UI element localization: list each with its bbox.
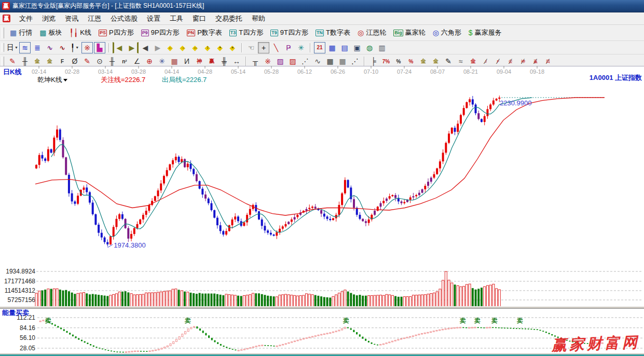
trend-chart-icon[interactable]: ≋ [19,42,31,53]
save-icon[interactable]: ▣ [351,42,363,53]
single-candle-icon[interactable]: ╿▼ [69,42,80,53]
measure-width-icon[interactable]: ↔ [231,56,242,67]
first-bar-icon[interactable]: ◀ [113,42,125,53]
toolbar-item-gann-wheel[interactable]: ◎江恩轮 [354,26,390,39]
spiral-tool-icon[interactable]: ✳ [295,42,307,53]
toolbar-item-9p-square[interactable]: P99P四方形 [138,26,183,39]
web-data-icon[interactable]: ◍ [364,42,375,53]
percent-line-icon[interactable]: % [405,56,417,67]
target-circle-icon[interactable]: ⊕ [144,56,155,67]
menu-tools[interactable]: 工具 [165,13,188,24]
f-ruler-icon[interactable]: F [57,56,68,67]
gold-red-icon[interactable]: 金 [468,56,479,67]
j-slash-icon[interactable]: ∕J [480,56,491,67]
last-bar-icon[interactable]: ▶ [126,42,139,53]
grid-box-2-icon[interactable]: ▦ [337,56,348,67]
toolbar-item-t-square[interactable]: T3T四方形 [226,26,267,39]
toolbar-item-p-table[interactable]: PNP数字表 [183,26,226,39]
price-ruler-icon[interactable]: ╫ [106,56,118,67]
menu-window[interactable]: 窗口 [188,13,211,24]
rays-box-purple-icon[interactable]: ▨ [275,56,286,67]
trendline-tool-icon[interactable]: ╲ [270,42,282,53]
gold-slash-icon[interactable]: ∕金 [505,56,516,67]
special-kline-icon[interactable]: ※ [81,42,93,53]
si-slash-icon[interactable]: ∕四 [542,56,554,67]
workstation-icon[interactable]: ▥ [376,42,388,53]
gann-p-tool-icon[interactable]: Ҏ [283,42,294,53]
zoom-out-icon[interactable]: ◆× [227,42,238,53]
parallel-lines-icon[interactable]: ⋰ [349,56,361,67]
menu-trade[interactable]: 交易委托 [211,13,247,24]
prev-bar-icon[interactable]: ◀ [140,42,151,53]
gold-ruler-1-icon[interactable]: 金 [32,56,43,67]
ink-pen-icon[interactable]: ✎ [443,56,454,67]
ruler-123-icon[interactable]: ╫₁₂₃ [218,56,230,67]
next-bar-icon[interactable]: ▶ [152,42,163,53]
ying-tool-icon[interactable]: 赢 [206,56,217,67]
gold-circle-icon[interactable]: 金 [418,56,429,67]
toolbar-item-kline[interactable]: ╿╽K线 [65,26,95,39]
ruler-tool-icon[interactable]: ╫ [19,56,31,67]
circle-ruler-icon[interactable]: Ø [69,56,80,67]
toolbar-item-quotes[interactable]: ▦行情 [6,26,36,39]
trend-angles-icon[interactable]: ⋰ [299,56,311,67]
toolbar-item-t-table[interactable]: TNT数字表 [312,26,354,39]
crosshair-tool-icon[interactable]: + [258,42,269,53]
menu-formula-pick[interactable]: 公式选股 [106,13,142,24]
notepad-icon[interactable]: ▤ [339,42,350,53]
toolbar-item-winner-wheel[interactable]: Big赢家轮 [390,26,429,39]
menu-gann[interactable]: 江恩 [83,13,106,24]
period-day-icon[interactable]: 日▼ [7,42,18,53]
toolbar-item-winner-service[interactable]: $赢家服务 [465,26,505,39]
kline-type-dropdown[interactable]: 乾坤K线 [37,76,67,84]
gold-eq-icon[interactable]: 金 [430,56,442,67]
pen-ruler-icon[interactable]: ✎ [81,56,93,67]
grid-box-1-icon[interactable]: ▦ [324,56,336,67]
scale-steps-icon[interactable]: ╞ [368,56,379,67]
percent-icon[interactable]: % [393,56,404,67]
hand-tool-icon[interactable]: ☜ [245,42,257,53]
toolbar-grip[interactable] [2,43,4,52]
calendar-21-icon[interactable]: 21 [314,42,325,53]
toolbar-item-hexagon[interactable]: ◎六角形 [429,26,465,39]
toolbar-grip[interactable] [2,28,4,38]
menu-view[interactable]: 浏览 [37,13,60,24]
box-corner-icon[interactable]: ╥ [250,56,261,67]
angle-tool-icon[interactable]: ∠ [131,56,143,67]
menu-help[interactable]: 帮助 [247,13,270,24]
shift-left-icon[interactable]: ◆← [165,42,176,53]
menu-news[interactable]: 资讯 [60,13,83,24]
wave-lines-icon[interactable]: ∿ [312,56,323,67]
toolbar-item-p-square[interactable]: PSP四方形 [95,26,138,39]
toolbar-grip[interactable] [2,57,4,66]
shift-right-icon[interactable]: ◆→ [177,42,188,53]
menu-settings[interactable]: 设置 [142,13,165,24]
kline-chart[interactable]: 02-1402-2803-1403-2804-1404-2805-1405-28… [0,66,644,356]
rays-box-red-icon[interactable]: ▨ [287,56,298,67]
quote-mark-icon[interactable]: И [181,56,193,67]
pen-tool-icon[interactable]: ✎ [7,56,18,67]
calculator-icon[interactable]: ▦ [326,42,338,53]
shen-slash-icon[interactable]: ∕神 [517,56,529,67]
zoom-vertical-icon[interactable]: ◆↕ [202,42,213,53]
step-chart-3-icon[interactable]: ∿₃ [44,42,56,53]
ying-slash-icon[interactable]: ∕赢 [530,56,541,67]
toolbar-item-sectors[interactable]: ▩板块 [36,26,65,39]
toolbar-item-9t-square[interactable]: T99T四方形 [267,26,312,39]
zoom-in-icon[interactable]: ◆+ [214,42,226,53]
quote-list-icon[interactable]: ≣ [32,42,43,53]
net-grid-icon[interactable]: ▦ [169,56,180,67]
zoom-horizontal-icon[interactable]: ◆↔ [189,42,201,53]
f-slash-icon[interactable]: ∕F [492,56,504,67]
percent-7-icon[interactable]: 7% [380,56,392,67]
rays-fan-icon[interactable]: ※ [262,56,273,67]
shen-tool-icon[interactable]: 神 [194,56,205,67]
volume-histogram-icon[interactable]: ▙ [94,42,105,53]
step-chart-9-icon[interactable]: ∿₉ [57,42,68,53]
wave-gold-icon[interactable]: ≈ [455,56,467,67]
star-grid-icon[interactable]: ✳ [156,56,168,67]
n2-ruler-icon[interactable]: n² [119,56,130,67]
gold-ruler-2-icon[interactable]: 金 [44,56,56,67]
time-ruler-icon[interactable]: ⊙ [94,56,105,67]
menu-file[interactable]: 文件 [15,13,37,24]
